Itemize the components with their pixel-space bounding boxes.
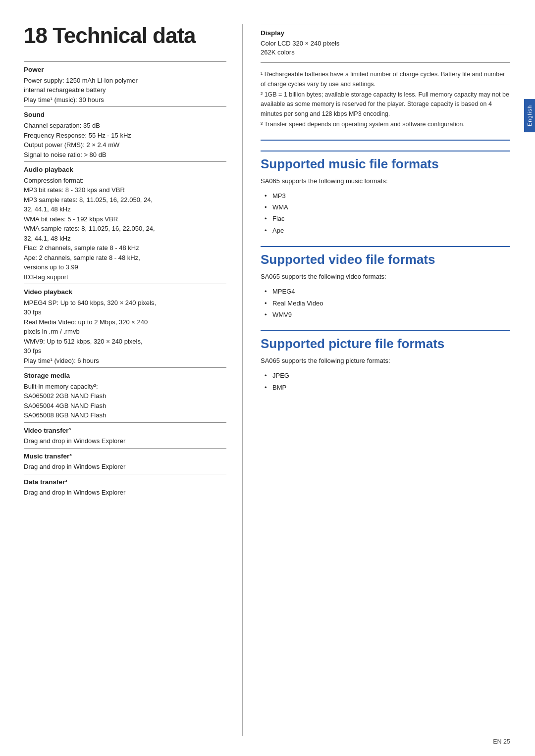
- section-line: 30 fps: [24, 346, 226, 356]
- language-tab: English: [524, 99, 535, 132]
- footnote: ³ Transfer speed depends on operating sy…: [261, 120, 510, 129]
- list-item: WMV9: [265, 309, 510, 320]
- section-line: versions up to 3.99: [24, 262, 226, 272]
- display-value: Color LCD 320 × 240 pixels262K colors: [261, 39, 510, 58]
- display-line: 262K colors: [261, 48, 510, 57]
- section-body-video-playback: MPEG4 SP: Up to 640 kbps, 320 × 240 pixe…: [24, 298, 226, 366]
- list-item: MPEG4: [265, 286, 510, 297]
- right-section-picture-formats: Supported picture file formatsSA065 supp…: [261, 330, 510, 393]
- section-title-video-playback: Video playback: [24, 287, 226, 297]
- right-section-intro-video-formats: SA065 supports the following video forma…: [261, 272, 510, 282]
- section-body-music-transfer: Drag and drop in Windows Explorer: [24, 462, 226, 472]
- section-line: Compression format:: [24, 176, 226, 186]
- bullet-list-video-formats: MPEG4Real Media VideoWMV9: [265, 286, 510, 320]
- section-line: SA065008 8GB NAND Flash: [24, 410, 226, 420]
- section-storage-media: Storage mediaBuilt-in memory capacity²:S…: [24, 367, 226, 420]
- section-line: 32, 44.1, 48 kHz: [24, 234, 226, 244]
- section-line: WMV9: Up to 512 kbps, 320 × 240 pixels,: [24, 337, 226, 347]
- section-line: Play time¹ (video): 6 hours: [24, 356, 226, 366]
- section-line: Output power (RMS): 2 × 2.4 mW: [24, 140, 226, 150]
- section-line: Built-in memory capacity²:: [24, 382, 226, 392]
- section-line: 30 fps: [24, 307, 226, 317]
- list-item: Flac: [265, 213, 510, 224]
- footnote: ² 1GB = 1 billion bytes; available stora…: [261, 90, 510, 119]
- right-section-title-video-formats: Supported video file formats: [261, 252, 510, 267]
- section-line: SA065004 4GB NAND Flash: [24, 401, 226, 411]
- section-line: 32, 44.1, 48 kHz: [24, 204, 226, 214]
- section-line: ID3-tag support: [24, 272, 226, 282]
- bullet-list-picture-formats: JPEGBMP: [265, 370, 510, 393]
- list-item: Ape: [265, 225, 510, 236]
- bullet-list-music-formats: MP3WMAFlacApe: [265, 190, 510, 237]
- display-line: Color LCD 320 × 240 pixels: [261, 39, 510, 49]
- section-video-transfer: Video transfer³Drag and drop in Windows …: [24, 422, 226, 446]
- section-title-audio-playback: Audio playback: [24, 165, 226, 175]
- right-section-intro-picture-formats: SA065 supports the following picture for…: [261, 356, 510, 366]
- footnotes: ¹ Rechargeable batteries have a limited …: [261, 70, 510, 140]
- section-line: MP3 sample rates: 8, 11.025, 16, 22.050,…: [24, 195, 226, 205]
- section-line: MP3 bit rates: 8 - 320 kps and VBR: [24, 185, 226, 195]
- display-label: Display: [261, 28, 510, 38]
- section-line: Drag and drop in Windows Explorer: [24, 436, 226, 446]
- section-line: Drag and drop in Windows Explorer: [24, 488, 226, 498]
- section-body-storage-media: Built-in memory capacity²:SA065002 2GB N…: [24, 382, 226, 420]
- section-title-storage-media: Storage media: [24, 371, 226, 381]
- section-line: WMA sample rates: 8, 11.025, 16, 22.050,…: [24, 224, 226, 234]
- section-line: MPEG4 SP: Up to 640 kbps, 320 × 240 pixe…: [24, 298, 226, 308]
- list-item: Real Media Video: [265, 298, 510, 309]
- section-line: Ape: 2 channels, sample rate 8 - 48 kHz,: [24, 253, 226, 263]
- section-body-power: Power supply: 1250 mAh Li-ion polymerint…: [24, 76, 226, 105]
- section-line: pixels in .rm / .rmvb: [24, 327, 226, 337]
- page-container: English 18 Technical data PowerPower sup…: [0, 0, 535, 756]
- left-column: 18 Technical data PowerPower supply: 125…: [0, 24, 243, 736]
- section-line: Power supply: 1250 mAh Li-ion polymer: [24, 76, 226, 86]
- right-section-intro-music-formats: SA065 supports the following music forma…: [261, 177, 510, 186]
- section-title-music-transfer: Music transfer³: [24, 452, 226, 461]
- list-item: WMA: [265, 202, 510, 213]
- left-sections: PowerPower supply: 1250 mAh Li-ion polym…: [24, 61, 226, 498]
- section-line: Real Media Video: up to 2 Mbps, 320 × 24…: [24, 317, 226, 327]
- section-data-transfer: Data transfer³Drag and drop in Windows E…: [24, 474, 226, 498]
- section-title-sound: Sound: [24, 110, 226, 120]
- section-music-transfer: Music transfer³Drag and drop in Windows …: [24, 448, 226, 472]
- section-video-playback: Video playbackMPEG4 SP: Up to 640 kbps, …: [24, 284, 226, 365]
- section-power: PowerPower supply: 1250 mAh Li-ion polym…: [24, 61, 226, 104]
- section-audio-playback: Audio playbackCompression format:MP3 bit…: [24, 161, 226, 282]
- right-section-title-picture-formats: Supported picture file formats: [261, 336, 510, 352]
- section-line: Flac: 2 channels, sample rate 8 - 48 kHz: [24, 243, 226, 253]
- page-title: 18 Technical data: [24, 24, 226, 48]
- section-line: Channel separation: 35 dB: [24, 121, 226, 131]
- right-section-music-formats: Supported music file formatsSA065 suppor…: [261, 151, 510, 237]
- section-line: SA065002 2GB NAND Flash: [24, 391, 226, 401]
- page-footer: EN 25: [493, 737, 510, 746]
- right-section-video-formats: Supported video file formatsSA065 suppor…: [261, 246, 510, 320]
- right-sections: Supported music file formatsSA065 suppor…: [261, 151, 510, 394]
- display-section: Display Color LCD 320 × 240 pixels262K c…: [261, 24, 510, 63]
- right-section-title-music-formats: Supported music file formats: [261, 156, 510, 172]
- section-body-video-transfer: Drag and drop in Windows Explorer: [24, 436, 226, 446]
- section-line: Frequency Response: 55 Hz - 15 kHz: [24, 131, 226, 141]
- section-line: Signal to noise ratio: > 80 dB: [24, 150, 226, 160]
- language-label: English: [527, 105, 533, 126]
- section-body-audio-playback: Compression format:MP3 bit rates: 8 - 32…: [24, 176, 226, 282]
- section-title-data-transfer: Data transfer³: [24, 477, 226, 487]
- list-item: MP3: [265, 190, 510, 202]
- section-body-sound: Channel separation: 35 dBFrequency Respo…: [24, 121, 226, 159]
- footnote: ¹ Rechargeable batteries have a limited …: [261, 70, 510, 89]
- list-item: JPEG: [265, 370, 510, 381]
- section-sound: SoundChannel separation: 35 dBFrequency …: [24, 106, 226, 159]
- section-body-data-transfer: Drag and drop in Windows Explorer: [24, 488, 226, 498]
- list-item: BMP: [265, 382, 510, 393]
- section-line: internal rechargeable battery: [24, 85, 226, 95]
- section-line: Play time¹ (music): 30 hours: [24, 95, 226, 105]
- section-title-video-transfer: Video transfer³: [24, 426, 226, 436]
- section-line: Drag and drop in Windows Explorer: [24, 462, 226, 472]
- right-column: Display Color LCD 320 × 240 pixels262K c…: [243, 24, 535, 736]
- section-title-power: Power: [24, 65, 226, 75]
- section-line: WMA bit rates: 5 - 192 kbps VBR: [24, 214, 226, 224]
